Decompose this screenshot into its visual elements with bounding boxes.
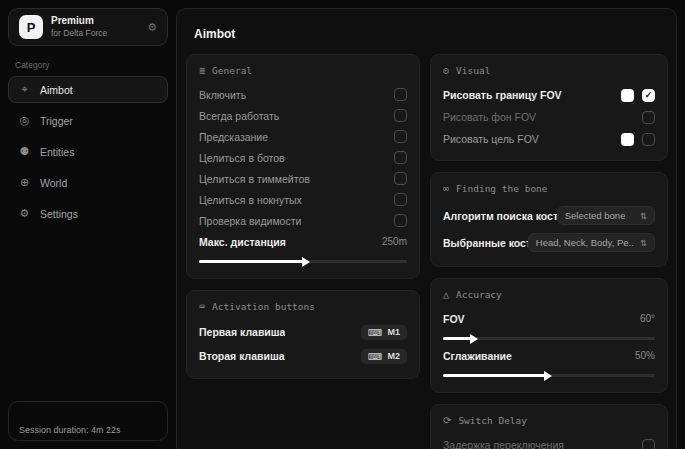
checkbox[interactable]: ✓	[394, 193, 407, 206]
sidebar-item-entities[interactable]: ⚉ Entities	[8, 138, 168, 165]
card-switch-delay: ⟳ Switch Delay Задержка переключения ✓ З…	[430, 404, 668, 449]
setting-row: Проверка видимости ✓	[199, 210, 407, 231]
sidebar-item-label: World	[40, 177, 67, 189]
card-general: ≣ General Включить ✓ Всегда работать ✓ П…	[186, 54, 420, 279]
fov-slider[interactable]	[443, 337, 655, 340]
setting-row: Предсказание ✓	[199, 126, 407, 147]
switch-icon: ⟳	[443, 415, 451, 426]
checkbox[interactable]: ✓	[394, 172, 407, 185]
slider-row: FOV 60°	[443, 308, 655, 329]
keyboard-icon: ⌨	[199, 301, 205, 312]
dropdown-row: Выбранные кости Head, Neck, Body, Pe.. ⇅	[443, 229, 655, 256]
card-accuracy: △ Accuracy FOV 60° Сглаживание 50%	[430, 278, 668, 393]
crosshair-icon: ⌖	[18, 83, 31, 96]
sidebar-item-label: Trigger	[40, 115, 73, 127]
checkbox[interactable]: ✓	[394, 214, 407, 227]
unfold-icon: ⇅	[640, 211, 647, 221]
bone-icon: ∞	[443, 183, 449, 194]
slider-value: 60°	[640, 313, 655, 324]
setting-label: Проверка видимости	[199, 215, 301, 227]
keybind-value: M1	[387, 327, 400, 337]
main-panel: Aimbot ≣ General Включить ✓ Всегда работ…	[176, 8, 677, 449]
setting-label: Рисовать границу FOV	[443, 89, 562, 101]
page-title: Aimbot	[194, 27, 668, 41]
keybind-label: Вторая клавиша	[199, 350, 285, 362]
selected-bones-dropdown[interactable]: Head, Neck, Body, Pe.. ⇅	[528, 233, 655, 252]
slider-label: Сглаживание	[443, 350, 512, 362]
slider-label: FOV	[443, 313, 465, 325]
sidebar-item-label: Entities	[40, 146, 74, 158]
section-header-bone: ∞ Finding the bone	[443, 183, 655, 194]
gear-icon[interactable]: ⚙	[147, 21, 157, 34]
color-swatch[interactable]	[621, 89, 634, 102]
slider-fill	[199, 260, 303, 263]
setting-row: Целиться в тиммейтов ✓	[199, 168, 407, 189]
keyboard-icon: ⌨	[368, 351, 382, 362]
session-card: Session duration: 4m 22s	[8, 401, 168, 441]
slider-label: Макс. дистанция	[199, 236, 286, 248]
setting-label: Предсказание	[199, 131, 268, 143]
checkbox[interactable]: ✓	[642, 439, 655, 449]
checkbox[interactable]: ✓	[642, 89, 655, 102]
setting-row: Включить ✓	[199, 84, 407, 105]
smoothing-slider[interactable]	[443, 374, 655, 377]
checkbox[interactable]: ✓	[394, 151, 407, 164]
eye-icon: ⊙	[443, 65, 449, 76]
sliders-icon: ≣	[199, 65, 205, 76]
category-label: Category	[15, 60, 168, 70]
color-swatch[interactable]	[621, 133, 634, 146]
slider-fill	[443, 374, 545, 377]
setting-row: Рисовать цель FOV ✓	[443, 128, 655, 150]
checkbox[interactable]: ✓	[642, 133, 655, 146]
session-duration-text: Session duration: 4m 22s	[19, 425, 121, 435]
keyboard-icon: ⌨	[368, 327, 382, 338]
dropdown-value: Selected bone	[565, 210, 626, 221]
sidebar-item-label: Settings	[40, 208, 78, 220]
checkbox[interactable]: ✓	[394, 88, 407, 101]
card-activation-buttons: ⌨ Activation buttons Первая клавиша ⌨ M1…	[186, 290, 420, 379]
checkbox[interactable]: ✓	[394, 109, 407, 122]
settings-icon: ⚙	[18, 207, 31, 220]
setting-label: Рисовать цель FOV	[443, 133, 539, 145]
section-header-switch-delay: ⟳ Switch Delay	[443, 415, 655, 426]
bone-algorithm-dropdown[interactable]: Selected bone ⇅	[557, 206, 655, 225]
sidebar-item-settings[interactable]: ⚙ Settings	[8, 200, 168, 227]
keybind-badge[interactable]: ⌨ M2	[361, 349, 407, 364]
sidebar-item-trigger[interactable]: ◎ Trigger	[8, 107, 168, 134]
triangle-icon: △	[443, 289, 449, 300]
setting-label: Рисовать фон FOV	[443, 111, 536, 123]
setting-row: Задержка переключения ✓	[443, 434, 655, 449]
checkbox[interactable]: ✓	[394, 130, 407, 143]
card-visual: ⊙ Visual Рисовать границу FOV ✓ Рисовать…	[430, 54, 668, 161]
keybind-badge[interactable]: ⌨ M1	[361, 325, 407, 340]
slider-row: Макс. дистанция 250m	[199, 231, 407, 252]
app-logo: P	[19, 15, 43, 39]
slider-value: 250m	[382, 236, 407, 247]
section-header-visual: ⊙ Visual	[443, 65, 655, 76]
dropdown-label: Выбранные кости	[443, 237, 528, 249]
keybind-row: Вторая клавиша ⌨ M2	[199, 344, 407, 368]
section-header-activation: ⌨ Activation buttons	[199, 301, 407, 312]
checkbox[interactable]: ✓	[642, 111, 655, 124]
dropdown-row: Алгоритм поиска кости Selected bone ⇅	[443, 202, 655, 229]
dropdown-label: Алгоритм поиска кости	[443, 210, 557, 222]
premium-subtitle: for Delta Force	[51, 28, 139, 39]
max-distance-slider[interactable]	[199, 260, 407, 263]
sidebar: P Premium for Delta Force ⚙ Category ⌖ A…	[0, 0, 176, 449]
slider-fill	[443, 337, 471, 340]
setting-label: Целиться в ботов	[199, 152, 285, 164]
setting-row: Рисовать границу FOV ✓	[443, 84, 655, 106]
keybind-label: Первая клавиша	[199, 326, 285, 338]
sidebar-item-aimbot[interactable]: ⌖ Aimbot	[8, 76, 168, 103]
sidebar-item-world[interactable]: ⊕ World	[8, 169, 168, 196]
section-header-accuracy: △ Accuracy	[443, 289, 655, 300]
trigger-icon: ◎	[18, 114, 31, 127]
globe-icon: ⊕	[18, 176, 31, 189]
slider-value: 50%	[635, 350, 655, 361]
slider-row: Сглаживание 50%	[443, 345, 655, 366]
setting-row: Целиться в ботов ✓	[199, 147, 407, 168]
setting-label: Всегда работать	[199, 110, 279, 122]
setting-label: Включить	[199, 89, 246, 101]
entities-icon: ⚉	[18, 145, 31, 158]
keybind-row: Первая клавиша ⌨ M1	[199, 320, 407, 344]
